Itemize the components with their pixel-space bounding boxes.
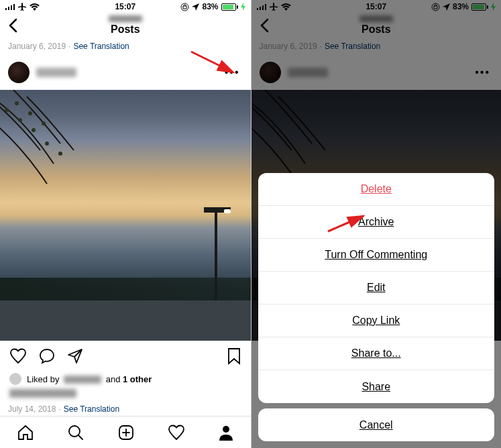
home-tab[interactable] (17, 424, 34, 441)
username-redacted[interactable] (36, 68, 76, 77)
post-photo[interactable] (0, 90, 251, 341)
svg-point-5 (5, 108, 9, 112)
see-translation-link-bottom[interactable]: See Translation (64, 404, 119, 414)
wifi-icon (30, 3, 40, 11)
sheet-turn-off-commenting[interactable]: Turn Off Commenting (258, 239, 495, 272)
svg-rect-2 (11, 5, 12, 10)
sheet-copy-link[interactable]: Copy Link (258, 304, 495, 337)
post-date: January 6, 2019 (8, 42, 66, 51)
svg-rect-3 (13, 4, 15, 10)
status-time: 15:07 (115, 2, 135, 11)
post-date-bottom: July 14, 2018 (8, 404, 56, 414)
airplane-icon (17, 2, 27, 11)
signal-icon (5, 3, 15, 10)
send-button[interactable] (67, 348, 83, 364)
sheet-edit[interactable]: Edit (258, 272, 495, 304)
action-sheet: Delete Archive Turn Off Commenting Edit … (258, 173, 495, 441)
sheet-share[interactable]: Share (258, 370, 495, 403)
svg-point-8 (45, 142, 49, 146)
avatar[interactable] (8, 62, 30, 83)
svg-point-10 (15, 101, 19, 105)
more-options-button[interactable]: ••• (222, 64, 243, 81)
caption-row (0, 386, 251, 400)
sheet-delete[interactable]: Delete (258, 173, 495, 206)
battery-icon (221, 3, 238, 11)
location-icon (192, 3, 199, 11)
sheet-share-to[interactable]: Share to... (258, 337, 495, 370)
status-bar: 15:07 83% (0, 0, 251, 13)
sheet-cancel[interactable]: Cancel (258, 408, 495, 441)
likes-row[interactable]: Liked by and 1 other (0, 372, 251, 386)
liker-avatar (9, 373, 21, 385)
svg-rect-1 (8, 7, 9, 10)
bottom-nav (0, 416, 251, 448)
screen-right-action-sheet: 15:07 83% Posts January 6, 2019·See Tran… (251, 0, 502, 448)
comment-button[interactable] (39, 348, 55, 364)
sheet-archive[interactable]: Archive (258, 206, 495, 239)
bookmark-button[interactable] (227, 347, 241, 365)
caption-redacted (9, 389, 76, 398)
svg-point-15 (223, 426, 229, 433)
svg-point-9 (58, 152, 62, 156)
profile-tab[interactable] (218, 424, 234, 441)
svg-point-11 (28, 111, 32, 115)
liked-and: and (106, 374, 121, 384)
orientation-lock-icon (180, 3, 189, 11)
nav-header: Posts (0, 13, 251, 38)
see-translation-link[interactable]: See Translation (73, 42, 129, 51)
activity-tab[interactable] (168, 425, 185, 441)
liked-by-prefix: Liked by (27, 374, 59, 384)
back-button[interactable] (8, 18, 17, 33)
screen-left-posts: 15:07 83% (0, 0, 251, 448)
post-header: ••• (0, 55, 251, 90)
svg-rect-0 (5, 8, 7, 10)
add-post-tab[interactable] (117, 424, 135, 441)
charging-icon (241, 3, 245, 11)
svg-point-12 (42, 121, 46, 125)
svg-point-6 (18, 118, 22, 122)
post-actions (0, 341, 251, 372)
nav-username-redacted (109, 15, 142, 22)
page-title: Posts (109, 23, 142, 36)
liked-other: 1 other (123, 374, 152, 384)
like-button[interactable] (9, 348, 27, 364)
post-meta-top: January 6, 2019·See Translation (0, 38, 251, 55)
battery-percent: 83% (202, 2, 218, 11)
liker-name-redacted (64, 376, 101, 384)
svg-point-7 (32, 128, 36, 132)
search-tab[interactable] (67, 424, 85, 441)
